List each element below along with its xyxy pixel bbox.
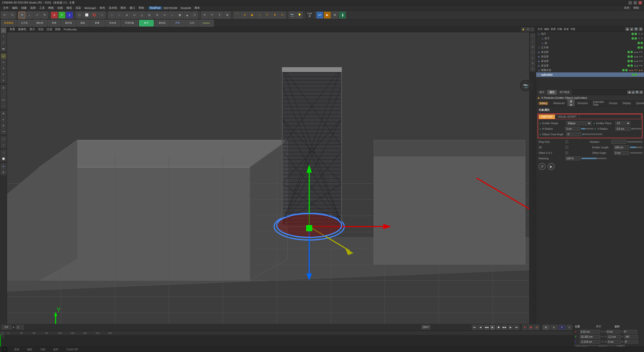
vp-menu-view[interactable]: 查看 bbox=[9, 27, 16, 31]
add-oil[interactable]: ◑ bbox=[176, 12, 183, 19]
palette2[interactable]: ⬜ bbox=[1, 156, 6, 161]
vis-dot-7a[interactable] bbox=[627, 64, 630, 67]
vis-dot-a[interactable] bbox=[631, 33, 634, 35]
anim-move[interactable]: ⟿ bbox=[1, 129, 6, 134]
inner-tab-visual[interactable]: VISUAL SCRIPT bbox=[555, 115, 579, 119]
viewport-canvas[interactable]: X Y 柚速: 154.4 网格间距: 10 cm Number of emit… bbox=[7, 32, 536, 324]
tokens-btn[interactable]: ▐ bbox=[339, 12, 346, 19]
render-btn[interactable]: ▶ bbox=[324, 12, 331, 19]
vp-menu-camera[interactable]: 摄像机 bbox=[17, 27, 27, 31]
emitter-shape-select[interactable]: Ellipse Rectangle Circle bbox=[566, 121, 591, 125]
snap[interactable]: ⊡ bbox=[1, 85, 6, 91]
obj-row-cube[interactable]: □ 立方体 bbox=[536, 45, 644, 50]
rp-settings[interactable]: ⚙ bbox=[639, 27, 642, 31]
next-frame-button[interactable]: ▶ bbox=[508, 325, 513, 330]
add-cylinder[interactable]: ⌀ bbox=[123, 12, 130, 19]
vis-dot-4a[interactable] bbox=[627, 51, 630, 53]
realflow-btn[interactable]: 声音 bbox=[170, 20, 185, 27]
bend[interactable]: ⌒ bbox=[233, 12, 240, 19]
helix-tool[interactable]: ⊛ bbox=[224, 12, 231, 19]
emitter-plane-select[interactable]: XY XZ YZ bbox=[615, 121, 630, 125]
ellipse-cone-slider[interactable] bbox=[582, 134, 602, 135]
vp-menu-filter[interactable]: 过滤 bbox=[46, 27, 53, 31]
menu-mesh[interactable]: 网格 bbox=[47, 6, 55, 10]
menu-select[interactable]: 选择 bbox=[29, 6, 37, 10]
prop-tab-groups[interactable]: Groups bbox=[607, 101, 620, 105]
mode-object[interactable]: ◻ bbox=[1, 28, 6, 33]
use-object[interactable]: O bbox=[1, 59, 6, 65]
close-button[interactable]: × bbox=[638, 1, 642, 5]
undo-button[interactable]: ↩ bbox=[1, 12, 8, 19]
menu-insydium[interactable]: INSYDIUM bbox=[162, 6, 179, 10]
v-radius-slider[interactable] bbox=[631, 128, 641, 129]
prop-tab-editing[interactable]: Editing bbox=[536, 101, 551, 105]
live-select-button[interactable]: ✛ bbox=[18, 12, 25, 19]
status-edit[interactable]: 编辑 bbox=[26, 348, 34, 351]
mode-btn2[interactable]: ⊟ bbox=[550, 325, 557, 330]
xref[interactable]: 着色器 bbox=[154, 20, 170, 27]
vis-dot-6a[interactable] bbox=[627, 60, 630, 62]
text-tool[interactable]: T bbox=[216, 12, 223, 19]
rp-up[interactable]: ▲ bbox=[630, 27, 633, 31]
xpresso-btn[interactable]: XP bbox=[316, 12, 323, 19]
obj-row-poly2[interactable]: ▲ 多边形 ▲▲ ✕✕ bbox=[536, 54, 644, 59]
twist[interactable]: ↺ bbox=[241, 12, 248, 19]
mode-btn4[interactable]: ≡ bbox=[567, 325, 572, 330]
menu-character[interactable]: 角色 bbox=[98, 6, 107, 10]
soft-sel[interactable]: 软选择域 bbox=[1, 20, 16, 27]
vis-dot-2a[interactable] bbox=[637, 42, 640, 44]
spline-wrap[interactable]: 环境对象 bbox=[121, 20, 138, 27]
null-obj[interactable]: 软化体 bbox=[105, 20, 120, 27]
current-frame-display[interactable]: 0 F bbox=[2, 325, 12, 329]
emitter-length-input[interactable] bbox=[614, 145, 629, 149]
record-btn[interactable]: ● bbox=[522, 325, 527, 330]
vis-dot-1b[interactable] bbox=[634, 37, 637, 40]
retiming-slider[interactable] bbox=[581, 158, 607, 159]
record-rot-btn[interactable]: ◎ bbox=[534, 325, 539, 330]
offset-xy-checkbox[interactable] bbox=[565, 151, 568, 154]
vis-dot-1a[interactable] bbox=[631, 37, 634, 40]
sym2[interactable]: ↑↓ bbox=[1, 103, 6, 109]
vis-dot-4b[interactable] bbox=[630, 51, 633, 53]
offset-origin-slider[interactable] bbox=[630, 152, 642, 154]
reset-button[interactable]: ↺ bbox=[539, 163, 546, 170]
camera-btn[interactable]: 📷 bbox=[289, 12, 296, 19]
prop-tab-userdata[interactable]: 用户数据 bbox=[557, 90, 572, 95]
variation-input[interactable] bbox=[611, 140, 626, 144]
obj-row-poly3[interactable]: ▲ 多边形 ▲▲ ✕✕ bbox=[536, 59, 644, 63]
vis-dot-9a[interactable] bbox=[632, 73, 634, 76]
coord-p-input[interactable] bbox=[624, 335, 638, 339]
v-radius-input[interactable] bbox=[615, 127, 630, 131]
vp-menu-display[interactable]: 显示 bbox=[28, 27, 36, 31]
next-play-button[interactable]: ▶▶ bbox=[502, 325, 507, 330]
boolean[interactable]: 圆柱体 bbox=[32, 20, 47, 27]
vis-dot-5b[interactable] bbox=[630, 55, 633, 58]
rp-menu-tag[interactable]: 标签 bbox=[564, 27, 569, 31]
rp-menu-view[interactable]: 查看 bbox=[551, 27, 556, 31]
coord-sy-input[interactable] bbox=[607, 335, 621, 339]
status-cycles[interactable]: Cycles 4D bbox=[65, 348, 79, 351]
coord-b-input[interactable] bbox=[624, 340, 638, 344]
vis-dot-5a[interactable] bbox=[627, 55, 630, 58]
add-pyramid[interactable]: ▲ bbox=[184, 12, 191, 19]
coord-sz-input[interactable] bbox=[607, 340, 621, 344]
menu-script[interactable]: 脚本 bbox=[119, 6, 128, 10]
add-capsule[interactable]: ⌣ bbox=[169, 12, 176, 19]
vis-dot-3b[interactable] bbox=[640, 46, 643, 49]
select-f[interactable]: ⊚ bbox=[1, 123, 6, 128]
rp-collapse[interactable]: ◀ bbox=[625, 27, 629, 31]
menu-create[interactable]: 创建 bbox=[20, 6, 28, 10]
rp-menu-obj[interactable]: 对象 bbox=[557, 27, 562, 31]
vp-zoom-out[interactable]: − bbox=[530, 39, 535, 44]
coord-h-input[interactable] bbox=[623, 330, 637, 334]
light-btn[interactable]: 💡 bbox=[296, 12, 303, 19]
bulge[interactable]: ◉ bbox=[249, 12, 256, 19]
add-cube[interactable]: □ bbox=[108, 12, 115, 19]
mode-btn3[interactable]: P bbox=[558, 325, 566, 330]
vp-view-top[interactable]: T bbox=[530, 50, 535, 55]
status-enum[interactable]: 枚举 bbox=[52, 348, 60, 351]
prop-tab-extended[interactable]: Extended Data bbox=[591, 100, 607, 107]
coord-x[interactable]: X bbox=[51, 12, 58, 19]
vp-settings[interactable]: ⚙ bbox=[526, 27, 530, 31]
minimize-button[interactable]: _ bbox=[628, 1, 632, 5]
